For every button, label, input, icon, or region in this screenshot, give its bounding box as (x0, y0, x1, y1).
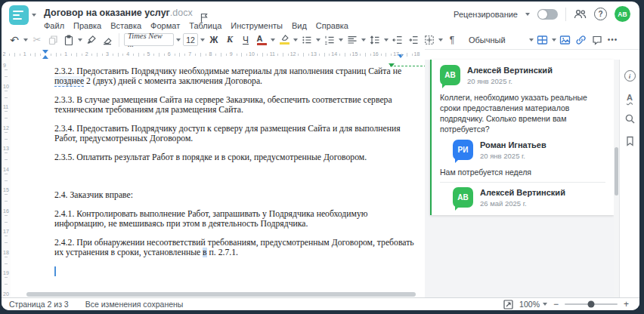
paragraph-borders-button[interactable] (423, 32, 436, 48)
paragraph: 2.4.2. При обнаружении несоответствий тр… (54, 238, 414, 257)
ruler-tick (30, 54, 31, 56)
collaboration-users-icon[interactable] (574, 8, 587, 20)
font-color-button[interactable]: А (255, 32, 268, 48)
undo-caret-icon[interactable] (23, 38, 28, 42)
ruler-tick (298, 54, 299, 56)
line-spacing-button[interactable] (368, 32, 382, 48)
menu-item[interactable]: Справка (316, 21, 348, 30)
help-icon[interactable]: ? (594, 8, 607, 20)
table-caret-icon[interactable] (552, 38, 556, 42)
style-caret-icon[interactable] (529, 38, 534, 42)
menu-item[interactable]: Вставка (110, 21, 141, 30)
text-run: техническим требованиям для размещения С… (54, 105, 243, 115)
numbered-list-button[interactable] (323, 32, 336, 48)
paste-caret-icon[interactable] (78, 38, 82, 42)
comment-thread-card[interactable]: АВАлексей Вертинский20 янв 2025 г.Коллег… (430, 60, 614, 215)
document-info-icon[interactable]: i (624, 70, 636, 82)
zoom-slider-knob[interactable] (587, 301, 594, 308)
cut-button[interactable]: ✂ (30, 32, 44, 48)
vertical-scrollbar-thumb[interactable] (615, 147, 618, 195)
copy-button[interactable] (46, 32, 60, 48)
decrease-indent-button[interactable] (391, 32, 404, 48)
font-color-caret-icon[interactable] (271, 38, 275, 42)
menu-item[interactable]: Инструменты (231, 21, 283, 30)
user-avatar[interactable]: АВ (615, 6, 630, 22)
align-caret-icon[interactable] (361, 38, 366, 42)
app-logo-icon[interactable] (9, 5, 29, 25)
logo-dropdown-caret-icon[interactable] (32, 14, 36, 17)
comment-button[interactable] (590, 32, 604, 48)
comment[interactable]: АВАлексей Вертинский20 янв 2025 г.Коллег… (432, 65, 614, 134)
zoom-level[interactable]: 100% (519, 300, 540, 309)
vertical-scrollbar[interactable] (614, 60, 619, 298)
comment-header: АВАлексей Вертинский26 май 2025 г. (453, 187, 606, 208)
highlight-color-button[interactable] (277, 32, 291, 48)
paragraph: 2.4.1. Контролировать выполнение Работ, … (54, 209, 414, 229)
spellcheck-icon[interactable]: А (627, 93, 633, 102)
align-button[interactable] (345, 32, 359, 48)
document-title: Договор на оказание услуг.docx (44, 8, 193, 18)
font-size-caret-icon[interactable] (200, 38, 205, 42)
bold-button[interactable]: Ж (207, 32, 221, 48)
comment-reply[interactable]: АВАлексей Вертинский26 май 2025 г.Роман … (432, 187, 614, 215)
bullet-list-button[interactable] (300, 32, 314, 48)
font-name-caret-icon[interactable] (176, 38, 181, 42)
mention-pill[interactable]: Роман Игнатьев (440, 215, 507, 216)
undo-button[interactable]: ↶ (8, 32, 21, 48)
comment-header: РИРоман Игнатьев20 янв 2025 г. (453, 140, 606, 160)
zoom-in-button[interactable]: + (624, 300, 629, 308)
review-toggle[interactable] (537, 9, 558, 20)
ruler-tick (5, 263, 8, 264)
first-line-indent-marker[interactable] (42, 50, 48, 54)
page-indicator[interactable]: Страница 2 из 3 (9, 300, 69, 309)
document-page[interactable]: 2.3.2. Предоставить Подрядчику необходим… (11, 60, 426, 298)
ruler-number: 9 (3, 63, 6, 68)
ruler-tick (350, 54, 351, 56)
menu-item[interactable]: Формат (150, 21, 180, 30)
horizontal-scrollbar-thumb[interactable] (26, 292, 416, 297)
borders-caret-icon[interactable] (438, 38, 443, 42)
zoom-slider[interactable] (565, 303, 618, 305)
menu-item[interactable]: Вид (292, 21, 307, 30)
review-mode-label[interactable]: Рецензирование (454, 10, 518, 19)
insert-image-button[interactable] (559, 32, 572, 48)
search-icon[interactable] (624, 113, 636, 125)
more-tools-button[interactable]: ••• (606, 32, 620, 48)
review-dropdown-caret-icon[interactable] (525, 13, 530, 16)
underline-button[interactable]: Ч (239, 32, 252, 48)
horizontal-ruler[interactable]: 21123456789101112131415161718 (2, 49, 425, 60)
paragraph-style-select[interactable]: Обычный (469, 35, 506, 45)
insert-table-button[interactable] (536, 32, 550, 48)
numbered-list-caret-icon[interactable] (339, 38, 343, 42)
menu-item[interactable]: Правка (73, 21, 101, 30)
clear-style-eraser-button[interactable] (101, 32, 114, 48)
italic-button[interactable]: К (223, 32, 237, 48)
nonprinting-chars-button[interactable]: ¶ (445, 32, 459, 48)
ruler-tick (5, 236, 8, 236)
vertical-ruler[interactable]: 91011121314151617181920 (2, 60, 11, 298)
ruler-tick (159, 53, 159, 57)
zoom-caret-icon[interactable] (543, 303, 547, 306)
ruler-tick (153, 54, 154, 56)
insert-link-button[interactable] (574, 32, 588, 48)
font-size-select[interactable]: 12 (183, 33, 198, 46)
menu-item[interactable]: Таблица (189, 21, 221, 30)
text-run: 2.3.5. Оплатить результат Работ в порядк… (54, 152, 367, 162)
increase-indent-button[interactable] (407, 32, 420, 48)
zoom-out-button[interactable]: − (553, 300, 559, 308)
ruler-number: 11 (3, 104, 8, 109)
font-name-select[interactable]: Times New ... (124, 33, 174, 46)
menu-item[interactable]: Файл (44, 21, 64, 30)
format-painter-button[interactable] (85, 32, 98, 48)
ruler-tick (5, 257, 8, 257)
highlight-caret-icon[interactable] (293, 38, 298, 42)
bookmark-icon[interactable] (625, 136, 635, 146)
paste-button[interactable] (62, 32, 76, 48)
left-indent-marker[interactable] (42, 55, 48, 59)
ruler-tick (5, 69, 8, 70)
comment-reply[interactable]: РИРоман Игнатьев20 янв 2025 г.Нам потреб… (432, 140, 614, 177)
fit-to-width-icon[interactable] (503, 300, 513, 309)
ruler-tick (5, 242, 8, 243)
line-spacing-caret-icon[interactable] (384, 38, 389, 42)
bullet-list-caret-icon[interactable] (316, 38, 320, 42)
